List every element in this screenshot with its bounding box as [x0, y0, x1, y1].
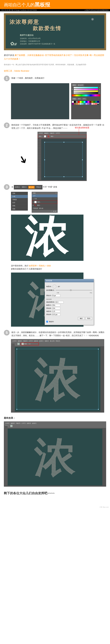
step-number-2: 2: [4, 122, 10, 128]
intro-1b: 看了效果图，大家肯定蠢蠢欲动~至于背景啥的就就不多介绍了！无任何技术含量~唯一亮…: [4, 54, 104, 60]
spacing-input[interactable]: [52, 310, 60, 312]
cancel-button[interactable]: 取消: [85, 317, 92, 320]
final-tool-sidebar[interactable]: [11, 344, 15, 412]
step-4-text: 选中新的填色，执行 效果菜单 > 风格化 > 涂抹 参数你就随意自己个儿看着舒服…: [11, 264, 106, 270]
slider-k: K: [72, 92, 73, 94]
panel-tab-brush[interactable]: 画笔: [77, 98, 82, 100]
fill-color-swatch[interactable]: [34, 201, 36, 203]
dropdown-transform[interactable]: 变换: [11, 192, 28, 195]
info-line3: 活动说明：教师节不得不带十五款精美康乃一支: [20, 43, 100, 45]
step4-c: 参数你就随意自己个儿看着舒服就行: [11, 268, 42, 270]
panel-menu-icon[interactable]: ▾: [56, 192, 57, 194]
dropdown-align[interactable]: 对齐: [11, 201, 28, 204]
angle-dial[interactable]: [52, 285, 57, 288]
appearance-row-opacity[interactable]: 不透明度：默认值: [32, 207, 58, 210]
curviness-input[interactable]: [52, 304, 60, 306]
stroke-label: 描边：: [51, 136, 54, 137]
watermark: 三联 3lian.com: [0, 506, 110, 509]
title-prefix: 画咱自己个儿的: [4, 2, 35, 7]
sample-char-large: 浓: [11, 214, 83, 261]
dropdown-swatch[interactable]: 色板: [11, 207, 28, 210]
stroke-swatch[interactable]: [47, 135, 49, 138]
step-2: 2 教程就拿一个字做例子，字的多少不觉要紧啊。通常做这种字要选一款适当的字体，最…: [4, 122, 106, 181]
final-ai-window: 文件(F)编辑(E)对象(O)文字(T)选择(S)效果(C)视图(V)窗口(W)…: [11, 339, 104, 412]
page-title: 画咱自己个儿的黑板报: [4, 1, 50, 8]
ai-tool-sidebar[interactable]: [38, 139, 41, 180]
step-number-1: 1: [4, 76, 10, 81]
menu-bar-screenshot: 效果(C) 视图(V) 窗口(W) 帮助(H): [14, 185, 42, 190]
final-result-window: 文件(F)编辑(E)对象(O)文字(T)选择(S)效果(C) 填色： 浓: [4, 422, 106, 486]
scribble-dialog: 涂抹选项 角度(A):-30° 路径重叠(O): 内侧外边 变化(V): 线条选…: [45, 279, 94, 325]
appearance-subtitle: 文字: [33, 195, 35, 197]
fill-swatch-2[interactable]: [17, 343, 20, 345]
toolbar-edit[interactable]: 编辑(E): [44, 132, 48, 134]
window-dropdown: 变换 外观 导航器 对齐 画笔 色板: [11, 192, 28, 210]
callout-step2: 请注意这里的设置: [75, 126, 89, 129]
ai-window-step2: 文件(F) 编辑(E) 对象(O) 文字(T) 填色： 描边：: [37, 132, 87, 181]
title-bold: 黑板报: [35, 2, 50, 7]
panel-tab-guide[interactable]: 颜色参考: [77, 84, 84, 86]
appearance-row-char[interactable]: ▸字符: [32, 198, 58, 200]
menu-help[interactable]: 帮助(H): [36, 186, 41, 188]
blackboard-line1: 浓浓尊师意: [10, 18, 100, 26]
dropdown-brush[interactable]: 画笔: [11, 204, 28, 207]
fill-swatch-3[interactable]: [10, 425, 13, 427]
variation-input[interactable]: [52, 294, 60, 297]
curv-var-input[interactable]: [52, 307, 60, 310]
dropdown-appearance[interactable]: 外观: [11, 195, 28, 198]
meta-right: ● 特权不过时出处文是补偿原教程地址: [85, 9, 109, 11]
swatch-grid[interactable]: [72, 101, 100, 105]
content-area: ❃ 浓浓尊师意 款款爱生情 ✿⸙ 教师节主题活动 活动时间：8月10号9月10号…: [0, 11, 110, 506]
info-title: 教师节主题活动: [20, 34, 100, 37]
blackboard-line2: 款款爱生情: [33, 25, 100, 32]
slider-c: C: [72, 87, 73, 88]
info-line2: 活动地点：五星旗牌班公司: [20, 40, 100, 43]
final-result-sidebar[interactable]: [4, 426, 8, 486]
toolbar-file[interactable]: 文件(F): [39, 132, 43, 134]
menu-view[interactable]: 视图(V): [22, 186, 27, 188]
menu-effect[interactable]: 效果(C): [15, 186, 20, 188]
preview-checkbox[interactable]: [46, 321, 48, 322]
step-number-5: 5: [4, 330, 10, 336]
appearance-row-stroke[interactable]: ▸ 描边：: [32, 204, 58, 207]
sample-char-big: 浓: [11, 132, 36, 156]
appearance-title: 外观: [33, 192, 35, 194]
final-canvas[interactable]: 浓: [15, 347, 100, 412]
meta-bar: 2012.05.06 第三期 UI Design CaoBinbin QQ:42…: [0, 9, 110, 11]
final-result-canvas[interactable]: 浓: [8, 429, 102, 486]
blackboard-decoration: ❃: [91, 18, 94, 22]
step-3: 3 去 效果(C) 视图(V) 窗口(W) 帮助(H) 打开 "外观" 选项 变…: [4, 184, 106, 261]
header-bar: 画咱自己个儿的黑板报: [0, 0, 110, 9]
step3-b: 打开 "外观" 选项: [43, 186, 57, 188]
intro-paragraph-2: 曾何须问一句：网上的只是给仔细?如何参得背后学理?思维?无所通，终将衣钵相承，死…: [4, 64, 106, 66]
canvas-blank: [11, 83, 69, 119]
step-5: 5 最后一步，虽然很嫩嫩的成分，但是细扣目就是最后一步所调的无穷的，反而能提升整…: [4, 330, 106, 412]
overlap-slider[interactable]: [56, 290, 92, 290]
panel-tab-swatch[interactable]: 色板: [72, 98, 77, 100]
step4-a: 选中新的填色，执行: [11, 264, 29, 267]
dropdown-navigator[interactable]: 导航器: [11, 198, 28, 201]
final-result-label: 最终效果：: [4, 416, 106, 420]
stroke-swatch-2[interactable]: [22, 343, 24, 345]
step-2-text: 教程就拿一个字做例子，字的多少不觉要紧啊。通常做这种字要选一款适当的字体，最像是…: [11, 122, 106, 130]
stroke-callout: 描边： 0.3: [21, 342, 39, 345]
intro-paragraph-1: 废话不多说 看了效果图，大家肯定蠢蠢欲动~至于背景啥的就就不多介绍了！无任何技术…: [4, 54, 106, 61]
appearance-row-fill[interactable]: ▸ 填色：: [32, 200, 58, 204]
toolbar-type[interactable]: 文字(T): [56, 132, 60, 134]
stroke-none-swatch[interactable]: [34, 204, 36, 206]
ok-button[interactable]: 确定: [78, 317, 85, 320]
tool-label: 使用工具：Adobe Illustrator: [4, 70, 106, 72]
step-5-text: 最后一步，虽然很嫩嫩的成分，但是细扣目就是最后一步所调的无穷的，反而能提升整个效…: [11, 330, 106, 337]
toolbar-object[interactable]: 对象(O): [50, 132, 54, 134]
final-result-char: 浓: [34, 436, 76, 478]
slider-y: Y: [72, 90, 73, 92]
panel-tab-symbol[interactable]: 符号: [82, 98, 86, 100]
step-3-text: 去 效果(C) 视图(V) 窗口(W) 帮助(H) 打开 "外观" 选项: [11, 184, 106, 190]
menu-window[interactable]: 窗口(W): [28, 186, 35, 188]
fill-swatch[interactable]: [44, 135, 46, 138]
panel-tab-color[interactable]: 颜色: [72, 84, 77, 86]
stroke-width-input[interactable]: [56, 301, 64, 303]
ai-canvas-step2[interactable]: [41, 139, 86, 180]
blackboard-preview: ❃ 浓浓尊师意 款款爱生情 ✿⸙ 教师节主题活动 活动时间：8月10号9月10号…: [4, 13, 106, 50]
spacing-var-input[interactable]: [52, 313, 60, 316]
